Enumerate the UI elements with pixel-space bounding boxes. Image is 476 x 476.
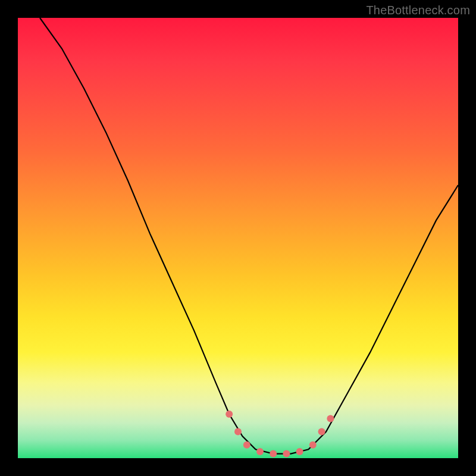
curve-path: [40, 18, 458, 454]
curve-marker: [283, 450, 290, 458]
watermark-text: TheBottleneck.com: [366, 4, 470, 17]
curve-marker: [256, 448, 264, 455]
curve-marker: [234, 428, 242, 436]
curve-markers: [226, 411, 334, 458]
curve-marker: [226, 411, 233, 418]
plot-area: [18, 18, 458, 458]
curve-marker: [309, 441, 317, 449]
curve-marker: [296, 448, 303, 455]
curve-marker: [327, 415, 334, 422]
curve-marker: [243, 441, 250, 449]
bottleneck-curve: [18, 18, 458, 458]
chart-frame: TheBottleneck.com: [0, 0, 476, 476]
curve-marker: [318, 428, 325, 436]
curve-marker: [270, 450, 277, 458]
